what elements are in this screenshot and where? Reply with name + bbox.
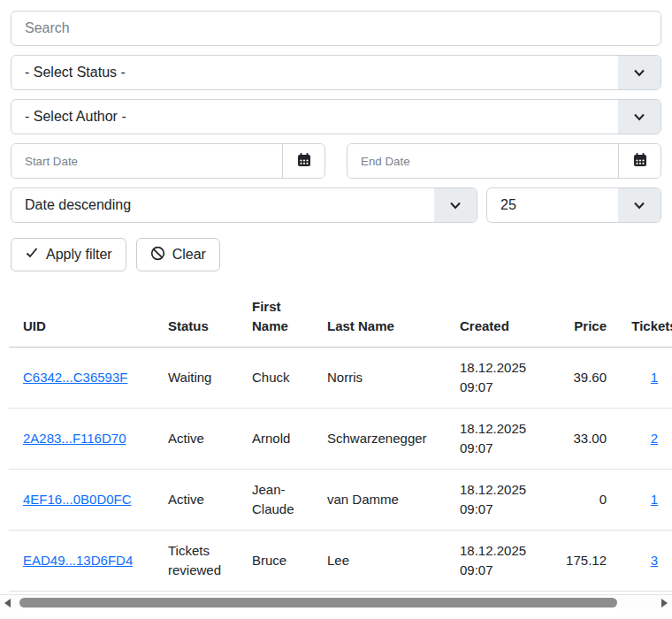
- calendar-icon: [296, 152, 312, 171]
- cell-created: 18.12.2025 09:07: [446, 470, 552, 531]
- horizontal-scrollbar[interactable]: [0, 594, 672, 609]
- cell-first_name: Arnold: [238, 409, 313, 470]
- cell-price: 39.60: [552, 348, 615, 409]
- table-row: C6342...C36593FWaitingChuckNorris18.12.2…: [9, 348, 672, 409]
- cell-status: Waiting: [154, 348, 238, 409]
- chevron-down-icon: [618, 56, 661, 89]
- cell-uid: C6342...C36593F: [9, 348, 154, 409]
- filter-panel: - Select Status - - Select Author -: [0, 0, 672, 271]
- apply-filter-button[interactable]: Apply filter: [11, 238, 126, 271]
- apply-filter-label: Apply filter: [46, 247, 112, 263]
- cell-first_name: Chuck: [238, 348, 313, 409]
- uid-link[interactable]: 2A283...F116D70: [23, 431, 126, 446]
- cell-uid: 4EF16...0B0D0FC: [9, 470, 154, 531]
- slash-circle-icon: [150, 246, 165, 264]
- cell-status: Active: [154, 470, 238, 531]
- tickets-link[interactable]: 1: [651, 370, 658, 385]
- column-header-status: Status: [154, 278, 238, 348]
- cell-price: 0: [552, 470, 615, 531]
- table-row: 4EF16...0B0D0FCActiveJean-Claudevan Damm…: [9, 470, 672, 531]
- uid-link[interactable]: 4EF16...0B0D0FC: [23, 492, 132, 507]
- calendar-icon: [632, 152, 648, 171]
- tickets-link[interactable]: 2: [651, 431, 658, 446]
- column-header-price: Price: [552, 278, 615, 348]
- cell-price: 33.00: [552, 409, 615, 470]
- cell-last_name: Norris: [313, 348, 446, 409]
- cell-tickets: 1: [615, 348, 672, 409]
- end-date-input[interactable]: [347, 144, 618, 178]
- cell-status: Active: [154, 409, 238, 470]
- cell-price: 175.12: [552, 531, 615, 592]
- cell-uid: EAD49...13D6FD4: [9, 531, 154, 592]
- cell-first_name: Bruce: [238, 531, 313, 592]
- sort-select[interactable]: Date descending: [11, 187, 477, 223]
- uid-link[interactable]: C6342...C36593F: [23, 370, 127, 385]
- cell-status: Tickets reviewed: [154, 531, 238, 592]
- author-select[interactable]: - Select Author -: [11, 99, 661, 134]
- start-date-calendar-button[interactable]: [282, 144, 325, 178]
- status-select-value: - Select Status -: [25, 65, 126, 80]
- scroll-right-arrow-icon[interactable]: [661, 599, 668, 608]
- start-date-group: [11, 143, 325, 179]
- column-header-first_name: First Name: [238, 278, 313, 348]
- table-body: C6342...C36593FWaitingChuckNorris18.12.2…: [9, 348, 672, 592]
- search-input[interactable]: [11, 11, 661, 46]
- results-table-container: UIDStatusFirst NameLast NameCreatedPrice…: [0, 278, 672, 592]
- cell-tickets: 3: [615, 531, 672, 592]
- end-date-calendar-button[interactable]: [618, 144, 661, 178]
- cell-created: 18.12.2025 09:07: [446, 531, 552, 592]
- page-size-select[interactable]: 25: [486, 187, 661, 223]
- clear-label: Clear: [172, 247, 206, 263]
- chevron-down-icon: [618, 100, 661, 134]
- chevron-down-icon: [618, 188, 661, 222]
- column-header-uid: UID: [9, 278, 154, 348]
- end-date-group: [347, 143, 661, 179]
- chevron-down-icon: [434, 188, 477, 222]
- table-row: 2A283...F116D70ActiveArnoldSchwarzenegge…: [9, 409, 672, 470]
- cell-created: 18.12.2025 09:07: [446, 348, 552, 409]
- tickets-link[interactable]: 3: [651, 553, 658, 568]
- clear-button[interactable]: Clear: [136, 238, 220, 271]
- cell-last_name: Lee: [313, 531, 446, 592]
- cell-uid: 2A283...F116D70: [9, 409, 154, 470]
- table-header-row: UIDStatusFirst NameLast NameCreatedPrice…: [9, 278, 672, 348]
- scroll-left-arrow-icon[interactable]: [4, 599, 11, 608]
- results-table: UIDStatusFirst NameLast NameCreatedPrice…: [9, 278, 672, 592]
- cell-last_name: Schwarzenegger: [313, 409, 446, 470]
- cell-first_name: Jean-Claude: [238, 470, 313, 531]
- start-date-input[interactable]: [11, 144, 282, 178]
- scrollbar-thumb[interactable]: [19, 598, 617, 608]
- check-icon: [25, 246, 39, 264]
- status-select[interactable]: - Select Status -: [11, 55, 661, 90]
- tickets-link[interactable]: 1: [651, 492, 658, 507]
- cell-tickets: 1: [615, 470, 672, 531]
- table-row: EAD49...13D6FD4Tickets reviewedBruceLee1…: [9, 531, 672, 592]
- column-header-last_name: Last Name: [313, 278, 446, 348]
- page-size-select-value: 25: [500, 197, 516, 213]
- column-header-tickets: Tickets: [615, 278, 672, 348]
- author-select-value: - Select Author -: [25, 109, 126, 125]
- cell-tickets: 2: [615, 409, 672, 470]
- sort-select-value: Date descending: [25, 197, 131, 213]
- cell-created: 18.12.2025 09:07: [446, 409, 552, 470]
- cell-last_name: van Damme: [313, 470, 446, 531]
- uid-link[interactable]: EAD49...13D6FD4: [23, 553, 133, 568]
- column-header-created: Created: [446, 278, 552, 348]
